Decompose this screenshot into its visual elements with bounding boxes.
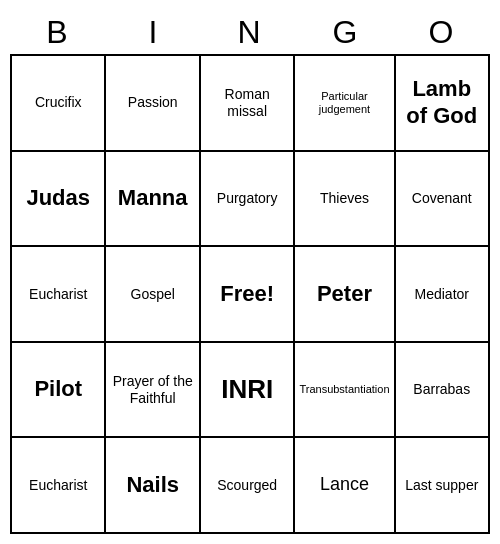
bingo-cell: Purgatory bbox=[201, 152, 295, 248]
header-letter: B bbox=[10, 10, 106, 54]
bingo-cell: Transubstantiation bbox=[295, 343, 395, 439]
bingo-cell: INRI bbox=[201, 343, 295, 439]
header-letter: O bbox=[394, 10, 490, 54]
bingo-cell: Prayer of the Faithful bbox=[106, 343, 200, 439]
bingo-cell: Manna bbox=[106, 152, 200, 248]
bingo-cell: Thieves bbox=[295, 152, 395, 248]
bingo-cell: Passion bbox=[106, 56, 200, 152]
bingo-header: BINGO bbox=[10, 10, 490, 54]
bingo-cell: Free! bbox=[201, 247, 295, 343]
bingo-cell: Mediator bbox=[396, 247, 490, 343]
bingo-cell: Roman missal bbox=[201, 56, 295, 152]
bingo-grid: CrucifixPassionRoman missalParticular ju… bbox=[10, 54, 490, 534]
bingo-cell: Eucharist bbox=[12, 438, 106, 534]
bingo-cell: Barrabas bbox=[396, 343, 490, 439]
bingo-cell: Peter bbox=[295, 247, 395, 343]
header-letter: I bbox=[106, 10, 202, 54]
bingo-card: BINGO CrucifixPassionRoman missalParticu… bbox=[10, 10, 490, 534]
header-letter: G bbox=[298, 10, 394, 54]
bingo-cell: Crucifix bbox=[12, 56, 106, 152]
bingo-cell: Lamb of God bbox=[396, 56, 490, 152]
bingo-cell: Last supper bbox=[396, 438, 490, 534]
bingo-cell: Nails bbox=[106, 438, 200, 534]
bingo-cell: Particular judgement bbox=[295, 56, 395, 152]
bingo-cell: Pilot bbox=[12, 343, 106, 439]
bingo-cell: Eucharist bbox=[12, 247, 106, 343]
bingo-cell: Lance bbox=[295, 438, 395, 534]
bingo-cell: Gospel bbox=[106, 247, 200, 343]
header-letter: N bbox=[202, 10, 298, 54]
bingo-cell: Covenant bbox=[396, 152, 490, 248]
bingo-cell: Judas bbox=[12, 152, 106, 248]
bingo-cell: Scourged bbox=[201, 438, 295, 534]
